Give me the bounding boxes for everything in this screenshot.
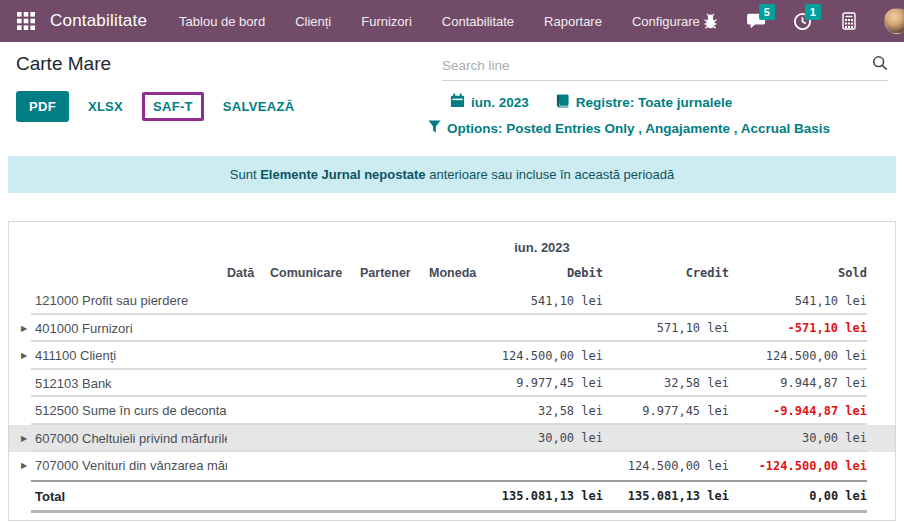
menu-item-reporting[interactable]: Raportare bbox=[544, 14, 602, 29]
credit-cell: 124.500,00 lei bbox=[603, 459, 729, 473]
credit-cell: 9.977,45 lei bbox=[603, 404, 729, 418]
col-header-balance: Sold bbox=[729, 266, 867, 280]
debit-cell: 9.977,45 lei bbox=[481, 376, 603, 390]
col-header-date: Dată bbox=[227, 266, 270, 280]
account-name[interactable]: 512500 Sume în curs de decontare bbox=[35, 403, 227, 418]
credit-cell: 571,10 lei bbox=[603, 321, 729, 335]
col-header-partner: Partener bbox=[360, 266, 429, 280]
account-name[interactable]: 707000 Venituri din vânzarea mărfurilor bbox=[35, 458, 227, 473]
saft-button[interactable]: SAF-T bbox=[142, 92, 204, 121]
col-header-debit: Debit bbox=[481, 266, 603, 280]
total-credit: 135.081,13 lei bbox=[603, 489, 729, 503]
search-icon[interactable] bbox=[872, 55, 888, 75]
menu-item-vendors[interactable]: Furnizori bbox=[361, 14, 412, 29]
export-buttons: PDF XLSX SAF-T SALVEAZĂ bbox=[16, 91, 305, 122]
bug-icon[interactable] bbox=[700, 10, 722, 32]
search-bar bbox=[442, 55, 888, 81]
expand-caret-icon[interactable] bbox=[21, 324, 35, 333]
debit-cell: 30,00 lei bbox=[481, 431, 603, 445]
banner-text-suffix: anterioare sau incluse în această perioa… bbox=[426, 167, 675, 182]
account-name[interactable]: 512103 Bank bbox=[35, 376, 227, 391]
account-name[interactable]: 401000 Furnizori bbox=[35, 321, 227, 336]
options-filter[interactable]: Options: Posted Entries Only , Angajamen… bbox=[428, 120, 830, 136]
user-avatar[interactable] bbox=[884, 8, 904, 34]
calculator-icon[interactable] bbox=[838, 10, 860, 32]
balance-cell: 541,10 lei bbox=[729, 294, 867, 308]
table-header-row: Dată Comunicare Partener Moneda Debit Cr… bbox=[9, 259, 895, 287]
table-row[interactable]: 121000 Profit sau pierdere 541,10 lei 54… bbox=[9, 287, 895, 315]
expand-caret-icon[interactable] bbox=[21, 351, 35, 360]
col-header-communication: Comunicare bbox=[270, 266, 360, 280]
menu-item-configuration[interactable]: Configurare bbox=[632, 14, 700, 29]
table-row[interactable]: 512103 Bank 9.977,45 lei 32,58 lei 9.944… bbox=[9, 370, 895, 398]
activities-badge[interactable]: 1 bbox=[805, 4, 821, 20]
account-name[interactable]: 121000 Profit sau pierdere bbox=[35, 293, 227, 308]
pdf-button[interactable]: PDF bbox=[16, 91, 69, 122]
table-row[interactable]: 707000 Venituri din vânzarea mărfurilor … bbox=[9, 452, 895, 480]
date-filter[interactable]: iun. 2023 bbox=[450, 93, 529, 111]
period-header: iun. 2023 bbox=[481, 240, 603, 255]
save-button[interactable]: SALVEAZĂ bbox=[212, 91, 306, 122]
activities-clock-icon[interactable]: 1 bbox=[792, 10, 814, 32]
balance-cell: -9.944,87 lei bbox=[729, 404, 867, 418]
total-debit: 135.081,13 lei bbox=[481, 489, 603, 503]
menu-item-dashboard[interactable]: Tablou de bord bbox=[179, 14, 265, 29]
journals-filter[interactable]: Registre: Toate jurnalele bbox=[555, 94, 733, 111]
col-header-credit: Credit bbox=[603, 266, 729, 280]
credit-cell: 32,58 lei bbox=[603, 376, 729, 390]
unposted-entries-link[interactable]: Elemente Jurnal nepostate bbox=[260, 167, 425, 182]
main-menu: Tablou de bord Clienți Furnizori Contabi… bbox=[179, 14, 700, 29]
col-header-currency: Moneda bbox=[429, 266, 481, 280]
menu-item-accounting[interactable]: Contabilitate bbox=[442, 14, 514, 29]
table-row[interactable]: 411100 Clienți 124.500,00 lei 124.500,00… bbox=[9, 342, 895, 370]
expand-caret-icon[interactable] bbox=[21, 461, 35, 470]
account-name[interactable]: 411100 Clienți bbox=[35, 348, 227, 363]
balance-cell: 30,00 lei bbox=[729, 431, 867, 445]
apps-grid-icon[interactable] bbox=[15, 10, 37, 32]
app-name[interactable]: Contabilitate bbox=[50, 11, 147, 31]
book-icon bbox=[555, 94, 570, 111]
report-filters: iun. 2023 Registre: Toate jurnalele Opti… bbox=[428, 93, 888, 136]
account-name[interactable]: 607000 Cheltuieli privind mărfurile bbox=[35, 431, 227, 446]
messages-badge[interactable]: 5 bbox=[759, 4, 775, 20]
search-input[interactable] bbox=[442, 58, 866, 73]
menu-item-customers[interactable]: Clienți bbox=[295, 14, 331, 29]
debit-cell: 32,58 lei bbox=[481, 404, 603, 418]
table-row[interactable]: 401000 Furnizori 571,10 lei -571,10 lei bbox=[9, 315, 895, 343]
messages-icon[interactable]: 5 bbox=[746, 10, 768, 32]
page-title: Carte Mare bbox=[16, 53, 111, 75]
filter-funnel-icon bbox=[428, 120, 441, 136]
balance-cell: -124.500,00 lei bbox=[729, 459, 867, 473]
top-nav: Contabilitate Tablou de bord Clienți Fur… bbox=[0, 0, 904, 42]
xlsx-button[interactable]: XLSX bbox=[77, 91, 134, 122]
total-label: Total bbox=[35, 489, 227, 504]
unposted-entries-banner: Sunt Elemente Jurnal nepostate anterioar… bbox=[8, 156, 896, 193]
balance-cell: -571,10 lei bbox=[729, 321, 867, 335]
table-row-highlighted[interactable]: 607000 Cheltuieli privind mărfurile 30,0… bbox=[9, 425, 895, 453]
banner-text-prefix: Sunt bbox=[230, 167, 260, 182]
general-ledger-table: iun. 2023 Dată Comunicare Partener Moned… bbox=[8, 221, 896, 521]
debit-cell: 124.500,00 lei bbox=[481, 349, 603, 363]
balance-cell: 9.944,87 lei bbox=[729, 376, 867, 390]
debit-cell: 541,10 lei bbox=[481, 294, 603, 308]
table-row[interactable]: 512500 Sume în curs de decontare 32,58 l… bbox=[9, 397, 895, 425]
calendar-icon bbox=[450, 93, 465, 111]
table-total-row: Total 135.081,13 lei 135.081,13 lei 0,00… bbox=[9, 480, 895, 513]
balance-cell: 124.500,00 lei bbox=[729, 349, 867, 363]
expand-caret-icon[interactable] bbox=[21, 434, 35, 443]
total-balance: 0,00 lei bbox=[729, 489, 867, 503]
